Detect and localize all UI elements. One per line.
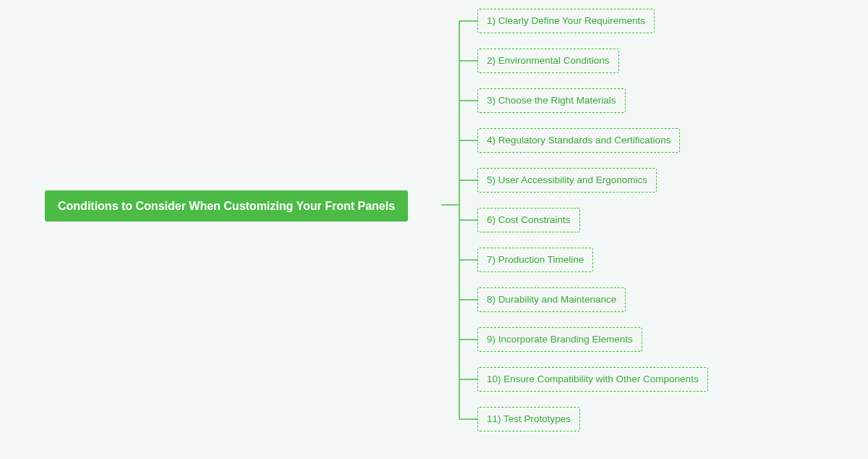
mindmap-root-node[interactable]: Conditions to Consider When Customizing … [45, 190, 408, 222]
mindmap-child-node[interactable]: 5) User Accessibility and Ergonomics [477, 168, 657, 193]
connector-lines [0, 0, 868, 459]
mindmap-child-node[interactable]: 2) Environmental Conditions [477, 49, 619, 73]
mindmap-child-node[interactable]: 8) Durability and Maintenance [477, 287, 626, 312]
mindmap-child-node[interactable]: 7) Production Timeline [477, 248, 593, 272]
mindmap-child-node[interactable]: 6) Cost Constraints [477, 208, 580, 232]
mindmap-child-node[interactable]: 11) Test Prototypes [477, 407, 580, 431]
mindmap-child-node[interactable]: 1) Clearly Define Your Requirements [477, 9, 655, 33]
mindmap-child-node[interactable]: 9) Incorporate Branding Elements [477, 327, 642, 352]
mindmap-child-node[interactable]: 10) Ensure Compatibility with Other Comp… [477, 367, 708, 392]
mindmap-child-node[interactable]: 4) Regulatory Standards and Certificatio… [477, 128, 680, 153]
mindmap-child-node[interactable]: 3) Choose the Right Materials [477, 88, 626, 113]
